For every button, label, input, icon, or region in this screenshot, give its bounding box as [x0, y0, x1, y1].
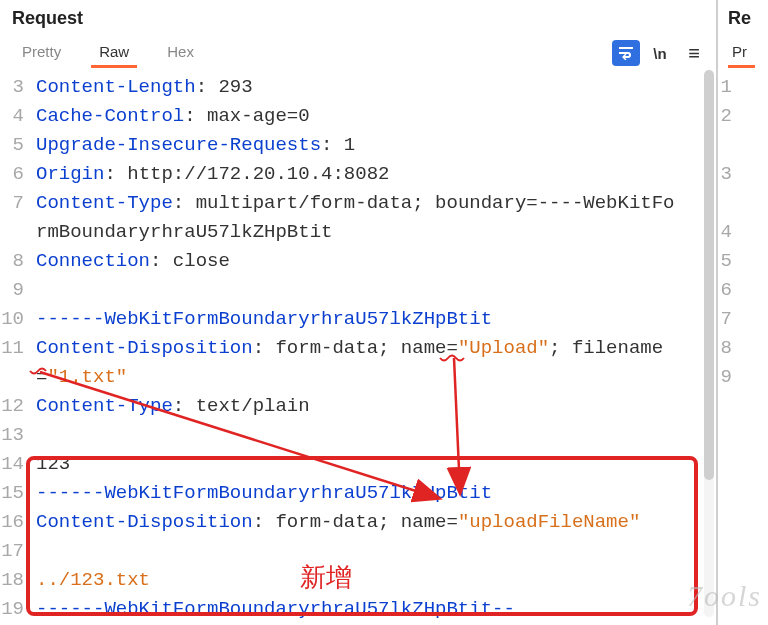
line-number: 12 — [0, 392, 30, 421]
line-number: 2 — [720, 102, 738, 131]
line-number: 11 — [0, 334, 30, 363]
line-number: 4 — [0, 102, 30, 131]
code-line[interactable]: ../123.txt — [36, 566, 676, 595]
code-content[interactable]: Content-Length: 293Cache-Control: max-ag… — [30, 71, 716, 619]
tab-hex[interactable]: Hex — [157, 39, 204, 68]
raw-editor[interactable]: 34567 891011 1213141516171819 Content-Le… — [0, 71, 716, 619]
line-number: 19 — [0, 595, 30, 619]
line-number: 5 — [0, 131, 30, 160]
line-number: 9 — [0, 276, 30, 305]
code-line[interactable]: Connection: close — [36, 247, 676, 276]
line-number: 9 — [720, 363, 738, 392]
line-number: 8 — [720, 334, 738, 363]
tab-row: Pr — [720, 29, 768, 71]
line-number — [720, 189, 738, 218]
scrollbar-thumb[interactable] — [704, 70, 714, 480]
code-line[interactable]: Content-Length: 293 — [36, 73, 676, 102]
line-number: 13 — [0, 421, 30, 450]
tab-row: Pretty Raw Hex \n ≡ — [0, 29, 716, 71]
line-number: 6 — [720, 276, 738, 305]
code-line[interactable]: Content-Type: text/plain — [36, 392, 676, 421]
line-number: 17 — [0, 537, 30, 566]
code-line[interactable]: ------WebKitFormBoundaryrhraU57lkZHpBtit… — [36, 595, 676, 619]
line-number: 4 — [720, 218, 738, 247]
line-number: 6 — [0, 160, 30, 189]
code-line[interactable]: ------WebKitFormBoundaryrhraU57lkZHpBtit — [36, 305, 676, 334]
line-number: 16 — [0, 508, 30, 537]
line-number: 15 — [0, 479, 30, 508]
code-line[interactable]: Content-Type: multipart/form-data; bound… — [36, 189, 676, 247]
menu-icon[interactable]: ≡ — [680, 40, 708, 66]
line-number: 3 — [0, 73, 30, 102]
pane-title: Request — [0, 0, 716, 29]
line-number: 8 — [0, 247, 30, 276]
tab-pretty[interactable]: Pr — [726, 39, 757, 68]
code-line[interactable]: Cache-Control: max-age=0 — [36, 102, 676, 131]
tab-raw[interactable]: Raw — [89, 39, 139, 68]
line-number: 5 — [720, 247, 738, 276]
line-number: 10 — [0, 305, 30, 334]
line-number: 18 — [0, 566, 30, 595]
request-pane: Request Pretty Raw Hex \n ≡ 34567 891011… — [0, 0, 718, 625]
tab-pretty[interactable]: Pretty — [12, 39, 71, 68]
response-pane: Re Pr 12 3 456789 — [720, 0, 768, 625]
line-number-gutter: 34567 891011 1213141516171819 — [0, 71, 30, 619]
code-line[interactable] — [36, 276, 676, 305]
code-line[interactable]: Upgrade-Insecure-Requests: 1 — [36, 131, 676, 160]
line-number: 3 — [720, 160, 738, 189]
code-line[interactable]: Content-Disposition: form-data; name="Up… — [36, 334, 676, 392]
code-line[interactable] — [36, 421, 676, 450]
code-line[interactable]: Content-Disposition: form-data; name="up… — [36, 508, 676, 537]
pane-title: Re — [720, 0, 768, 29]
newline-icon[interactable]: \n — [646, 40, 674, 66]
code-line[interactable]: 123 — [36, 450, 676, 479]
line-number — [720, 131, 738, 160]
line-number-gutter: 12 3 456789 — [720, 71, 738, 619]
line-number: 14 — [0, 450, 30, 479]
scrollbar-track[interactable] — [704, 70, 714, 617]
raw-editor[interactable]: 12 3 456789 — [720, 71, 768, 619]
code-line[interactable]: ------WebKitFormBoundaryrhraU57lkZHpBtit — [36, 479, 676, 508]
line-number: 7 — [0, 189, 30, 218]
line-number: 1 — [720, 73, 738, 102]
code-line[interactable]: Origin: http://172.20.10.4:8082 — [36, 160, 676, 189]
code-line[interactable] — [36, 537, 676, 566]
wrap-icon[interactable] — [612, 40, 640, 66]
line-number: 7 — [720, 305, 738, 334]
